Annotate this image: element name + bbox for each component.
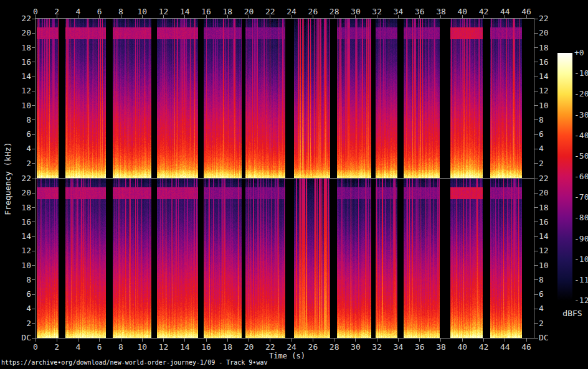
- freq-tick: [534, 163, 538, 164]
- freq-tick-label: 8: [0, 275, 31, 284]
- freq-tick: [534, 134, 538, 135]
- frequency-axis-label-text: Frequency (kHz): [3, 142, 12, 215]
- freq-tick: [534, 309, 538, 309]
- colorbar-tick-label: -70: [574, 192, 588, 202]
- freq-tick: [32, 179, 36, 179]
- freq-tick-label: 20: [0, 28, 31, 37]
- time-tick: [440, 339, 441, 342]
- time-tick: [334, 339, 334, 342]
- freq-tick: [32, 279, 36, 280]
- freq-tick: [534, 77, 538, 77]
- time-tick: [121, 339, 121, 342]
- colorbar-tick-label: -80: [574, 213, 588, 222]
- freq-tick: [32, 62, 36, 62]
- freq-tick: [534, 19, 538, 19]
- freq-tick: [534, 47, 538, 48]
- time-tick: [419, 339, 420, 342]
- freq-tick: [534, 323, 538, 324]
- colorbar-tick-label: -50: [574, 151, 588, 161]
- freq-tick: [32, 207, 36, 208]
- time-tick: [270, 339, 270, 342]
- freq-tick: [534, 193, 538, 194]
- freq-tick: [534, 179, 538, 179]
- freq-tick-label: 10: [0, 261, 31, 270]
- freq-tick: [32, 19, 36, 19]
- time-tick: [184, 339, 185, 342]
- colorbar-tick-label: +0: [574, 48, 584, 57]
- freq-tick: [32, 33, 36, 34]
- freq-tick-label: 22: [0, 14, 31, 23]
- colorbar-tick-label: -100: [574, 255, 588, 264]
- time-tick: [313, 339, 313, 342]
- source-url: https://archive•org/download/new-world-o…: [1, 359, 267, 366]
- colorbar-tick-label: -120: [574, 296, 588, 305]
- freq-tick: [534, 338, 538, 339]
- freq-tick: [32, 222, 36, 222]
- freq-tick-label: 16: [0, 57, 31, 67]
- freq-tick-label: 16: [0, 217, 31, 227]
- freq-tick: [32, 47, 36, 48]
- time-tick-label: 46: [514, 7, 539, 16]
- colorbar-tick-label: -30: [574, 110, 588, 119]
- time-tick: [57, 339, 57, 342]
- time-tick: [505, 339, 505, 342]
- freq-tick: [32, 251, 36, 251]
- freq-tick: [32, 134, 36, 135]
- colorbar-tick-label: -10: [574, 68, 588, 78]
- freq-tick-label: 6: [0, 129, 31, 139]
- freq-tick: [32, 309, 36, 309]
- freq-tick-label: 6: [0, 289, 31, 299]
- spectrogram-channel-left: [36, 19, 534, 178]
- freq-tick: [534, 119, 538, 120]
- freq-tick-label: 14: [0, 231, 31, 241]
- freq-tick-label: DC: [539, 333, 564, 342]
- freq-tick: [32, 149, 36, 149]
- freq-tick: [32, 163, 36, 164]
- time-tick: [206, 339, 207, 342]
- freq-tick-label: 2: [0, 319, 31, 328]
- colorbar-tick-label: -60: [574, 172, 588, 181]
- freq-tick-label: 2: [539, 319, 564, 328]
- freq-tick: [32, 294, 36, 295]
- time-tick: [163, 339, 164, 342]
- freq-tick: [534, 33, 538, 34]
- freq-tick-label: 12: [0, 246, 31, 255]
- freq-tick: [32, 338, 36, 339]
- freq-tick: [32, 91, 36, 91]
- time-tick: [142, 339, 143, 342]
- time-tick: [377, 339, 377, 342]
- time-tick: [462, 339, 463, 342]
- freq-tick: [534, 62, 538, 62]
- freq-tick: [32, 236, 36, 237]
- freq-tick: [534, 207, 538, 208]
- time-tick: [526, 339, 527, 342]
- freq-tick-label: 12: [0, 86, 31, 95]
- freq-tick-label: DC: [0, 333, 31, 342]
- time-tick: [292, 339, 292, 342]
- freq-tick-label: 20: [539, 28, 564, 37]
- time-tick: [355, 339, 356, 342]
- time-tick-label: 46: [514, 342, 539, 352]
- freq-tick: [534, 279, 538, 280]
- freq-tick: [534, 222, 538, 222]
- freq-tick: [534, 236, 538, 237]
- freq-tick-label: 4: [0, 304, 31, 313]
- freq-tick: [32, 265, 36, 266]
- freq-tick: [534, 105, 538, 106]
- colorbar-tick-label: -110: [574, 275, 588, 284]
- freq-tick-label: 18: [539, 43, 564, 52]
- freq-tick-label: 8: [0, 115, 31, 124]
- spectrogram-figure: 0022446688101012121414161618182020222224…: [0, 0, 588, 369]
- time-tick: [249, 339, 249, 342]
- freq-tick-label: 14: [0, 72, 31, 81]
- spectrogram-channel-right: [36, 179, 534, 338]
- freq-tick: [534, 149, 538, 149]
- colorbar-tick-label: -90: [574, 234, 588, 243]
- channel-separator-line: [35, 178, 534, 179]
- freq-tick: [534, 91, 538, 91]
- colorbar-tick-label: -20: [574, 89, 588, 98]
- time-tick: [483, 339, 484, 342]
- colorbar-unit-label: dBFS: [556, 309, 588, 318]
- colorbar-tick-label: -40: [574, 131, 588, 140]
- time-tick: [36, 339, 36, 342]
